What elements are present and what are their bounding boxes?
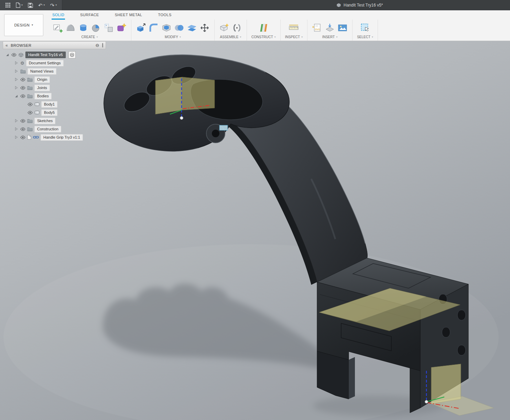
- workspace-switcher-button[interactable]: DESIGN ▾: [4, 14, 43, 36]
- expand-arrow-icon[interactable]: [14, 127, 19, 131]
- visibility-eye-icon[interactable]: [20, 119, 25, 123]
- inspect-dropdown[interactable]: INSPECT▾: [285, 35, 303, 39]
- tab-tools[interactable]: TOOLS: [158, 13, 172, 20]
- visibility-eye-icon[interactable]: [20, 94, 25, 98]
- app-titlebar: ▾ ↶▾ ↷▾ HandIt Test Try16 v5*: [0, 0, 510, 10]
- browser-panel: « BROWSER ⊖ HandIt Test Try16 v5 ⚙ Docum…: [3, 41, 106, 141]
- browser-item-body1[interactable]: Body1: [3, 100, 106, 108]
- caret-down-icon: ▾: [336, 36, 337, 39]
- expand-arrow-icon[interactable]: [14, 77, 19, 82]
- joint-icon[interactable]: [232, 23, 242, 33]
- tab-surface[interactable]: SURFACE: [79, 13, 100, 20]
- visibility-eye-icon[interactable]: [28, 111, 33, 115]
- construction-plane-icon[interactable]: [258, 23, 269, 33]
- body-icon: [34, 102, 40, 106]
- create-form-icon[interactable]: [65, 23, 76, 33]
- joint-marker[interactable]: [219, 125, 228, 130]
- expand-arrow-icon[interactable]: [14, 61, 19, 65]
- assemble-dropdown[interactable]: ASSEMBLE▾: [220, 35, 241, 39]
- visibility-eye-icon[interactable]: [20, 86, 25, 90]
- browser-title: BROWSER: [11, 43, 31, 47]
- link-icon: [33, 136, 39, 139]
- group-select: SELECT▾: [352, 20, 378, 41]
- press-pull-icon[interactable]: [136, 23, 146, 33]
- folder-icon: [27, 86, 33, 90]
- visibility-eye-icon[interactable]: [11, 53, 17, 57]
- select-icon[interactable]: [360, 23, 370, 33]
- save-icon[interactable]: [27, 2, 34, 9]
- expand-arrow-icon[interactable]: [14, 118, 19, 123]
- browser-scrollbar[interactable]: [102, 43, 103, 47]
- offset-face-icon[interactable]: [187, 23, 197, 33]
- browser-item-label: Construction: [34, 126, 61, 132]
- document-title: HandIt Test Try16 v5*: [344, 3, 383, 8]
- browser-item-handle-grip[interactable]: Handle Grip Try3 v1:1: [3, 133, 106, 141]
- document-icon: [27, 135, 31, 140]
- new-component-icon[interactable]: [219, 23, 229, 33]
- group-modify: MODIFY▾: [131, 20, 215, 41]
- select-dropdown[interactable]: SELECT▾: [357, 35, 373, 39]
- insert-svg-icon[interactable]: SVG: [312, 23, 322, 33]
- browser-header: « BROWSER ⊖: [3, 41, 106, 49]
- derive-icon[interactable]: [116, 23, 127, 33]
- group-construct: CONSTRUCT▾: [247, 20, 281, 41]
- canvas-icon[interactable]: [337, 23, 348, 33]
- browser-item-body5[interactable]: Body5: [3, 108, 106, 117]
- create-dropdown[interactable]: CREATE▾: [82, 35, 98, 39]
- expand-arrow-icon[interactable]: [14, 85, 19, 90]
- caret-down-icon: ▾: [240, 36, 241, 39]
- undo-icon[interactable]: ↶▾: [37, 2, 46, 9]
- browser-item-label: Document Settings: [26, 60, 64, 66]
- browser-item-bodies[interactable]: Bodies: [3, 92, 106, 100]
- expand-arrow-icon[interactable]: [14, 69, 19, 74]
- body-icon: [34, 110, 40, 115]
- insert-dropdown[interactable]: INSERT▾: [322, 35, 338, 39]
- revolve-icon[interactable]: [91, 23, 101, 33]
- caret-down-icon: ▾: [55, 4, 57, 7]
- group-assemble: ASSEMBLE▾: [215, 20, 247, 41]
- decal-icon[interactable]: [325, 23, 335, 33]
- tab-solid[interactable]: SOLID: [52, 13, 65, 20]
- extrude-icon[interactable]: [78, 23, 88, 33]
- fillet-icon[interactable]: [149, 23, 159, 33]
- modify-dropdown[interactable]: MODIFY▾: [165, 35, 181, 39]
- construct-dropdown[interactable]: CONSTRUCT▾: [251, 35, 276, 39]
- browser-item-origin[interactable]: Origin: [3, 75, 106, 84]
- file-menu-icon[interactable]: ▾: [15, 2, 24, 9]
- pattern-icon[interactable]: [104, 23, 114, 33]
- browser-item-root[interactable]: HandIt Test Try16 v5: [3, 51, 106, 59]
- activate-component-radio[interactable]: [68, 51, 76, 58]
- browser-item-construction[interactable]: Construction: [3, 125, 106, 133]
- measure-icon[interactable]: [289, 23, 299, 33]
- browser-item-sketches[interactable]: Sketches: [3, 117, 106, 125]
- move-icon[interactable]: [199, 23, 210, 33]
- browser-item-named-views[interactable]: Named Views: [3, 67, 106, 75]
- browser-item-label: Named Views: [28, 68, 56, 75]
- caret-down-icon: ▾: [301, 36, 303, 39]
- expand-arrow-icon[interactable]: [14, 94, 19, 98]
- shell-icon[interactable]: [161, 23, 172, 33]
- folder-icon: [27, 119, 33, 123]
- visibility-eye-icon[interactable]: [28, 103, 33, 106]
- document-tab[interactable]: HandIt Test Try16 v5*: [336, 0, 383, 10]
- caret-down-icon: ▾: [96, 36, 98, 39]
- visibility-eye-icon[interactable]: [20, 78, 25, 82]
- expand-arrow-icon[interactable]: [14, 135, 19, 140]
- app-grid-icon[interactable]: [4, 2, 12, 9]
- browser-item-document-settings[interactable]: ⚙ Document Settings: [3, 59, 106, 67]
- collapse-panel-icon[interactable]: «: [6, 43, 8, 47]
- svg-text:SVG: SVG: [315, 28, 320, 31]
- document-cube-icon: [336, 3, 341, 8]
- create-sketch-icon[interactable]: [53, 23, 63, 33]
- visibility-eye-icon[interactable]: [20, 127, 25, 131]
- ribbon-main: SOLID SURFACE SHEET METAL TOOLS CREATE▾: [48, 10, 510, 41]
- workspace-switcher-label: DESIGN: [14, 23, 30, 27]
- expand-arrow-icon[interactable]: [5, 52, 10, 57]
- ribbon-tabs: SOLID SURFACE SHEET METAL TOOLS: [48, 10, 510, 20]
- minus-circle-icon[interactable]: ⊖: [96, 43, 99, 47]
- visibility-eye-icon[interactable]: [20, 136, 25, 139]
- browser-item-joints[interactable]: Joints: [3, 84, 106, 92]
- redo-icon[interactable]: ↷▾: [49, 2, 58, 9]
- tab-sheet-metal[interactable]: SHEET METAL: [114, 13, 143, 20]
- combine-icon[interactable]: [174, 23, 184, 33]
